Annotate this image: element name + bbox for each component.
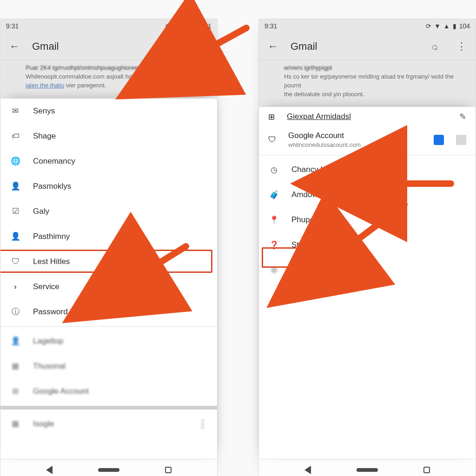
promo-banner: Puar 2K4 tg/rruolhpt/onlmshpuagughioreet…	[0, 60, 217, 99]
nfc-icon: ⟳	[165, 22, 171, 30]
nav-recent-button[interactable]	[423, 467, 430, 473]
drawer-item-lest-hitles[interactable]: Lest Hitles	[0, 249, 217, 274]
menu-item-replay-salion: Replay Salion	[259, 258, 476, 283]
promo-heading: Puar 2K4 tg/rruolhpt/onlmshpuagughioreet…	[26, 64, 210, 73]
drawer-item-password[interactable]: Password	[0, 299, 217, 324]
drawer-item-label: Service	[33, 282, 60, 291]
account-email: whitnconedulssacount.com	[288, 141, 422, 148]
grid-icon	[268, 112, 275, 121]
menu-item-label: Phupe	[291, 215, 314, 225]
account-avatar-button[interactable]	[181, 40, 195, 53]
promo-banner: w/vwrs igrthypigpt Hs co ker tor eg/payo…	[259, 60, 476, 107]
system-nav-bar	[0, 459, 217, 476]
promo-line-2: the detivalute ond yin plooont.	[284, 91, 364, 98]
nav-back-button[interactable]	[46, 466, 53, 474]
system-nav-bar	[259, 459, 476, 476]
promo-link[interactable]: ialen the ihalio	[26, 82, 64, 89]
nav-back-button[interactable]	[304, 466, 311, 474]
more-button[interactable]	[452, 37, 471, 56]
mail-icon	[12, 106, 19, 116]
shield-icon	[268, 135, 276, 144]
battery-icon: ▮	[453, 22, 456, 30]
drawer-item-label: Senys	[33, 106, 55, 116]
briefcase-icon	[269, 190, 279, 200]
drawer-footer-isogle[interactable]: Isogle	[0, 411, 217, 436]
phone-left: 9:31 ⟳ ▼ ▲ ▮ 10.1 Gmail Puar 2K4 tg/rruo…	[0, 19, 218, 476]
chevron-right-icon	[14, 282, 17, 291]
badge-icon	[12, 257, 20, 266]
drawer-item-google-account: Google Account	[0, 379, 217, 404]
menu-item-label: Replay Salion	[291, 265, 340, 275]
nav-home-button[interactable]	[357, 468, 378, 472]
signal-icon: ▲	[183, 22, 190, 30]
status-time: 9:31	[6, 22, 19, 30]
menu-item-chancy-lesion[interactable]: Chancy Lesion	[259, 157, 476, 182]
drawer-item-label: Conemancy	[33, 157, 75, 166]
drawer-sheet-right: Giexpat Armidadsl Google Account whitnco…	[259, 107, 476, 459]
drawer-item-pasthimny[interactable]: Pasthimny	[0, 224, 217, 249]
back-button[interactable]	[5, 37, 24, 56]
wifi-icon: ▼	[434, 22, 441, 30]
drawer-item-thusonal: Thusonal	[0, 354, 217, 379]
battery-pct: 104	[459, 22, 470, 30]
status-bar: 9:31 ⟳ ▼ ▲ ▮ 104	[259, 19, 476, 33]
menu-item-label: Chancy Lesion	[291, 165, 344, 174]
battery-icon: ▮	[192, 22, 196, 30]
drawer-item-label: Password	[33, 307, 68, 317]
nfc-icon: ⟳	[426, 22, 431, 30]
divider	[0, 406, 217, 410]
app-icon	[12, 361, 19, 371]
promo-heading: w/vwrs igrthypigpt	[284, 64, 468, 73]
drawer-item-label: Shage	[33, 132, 56, 141]
menu-item-amdown-happes[interactable]: Amdown happes mclicnt	[259, 182, 476, 207]
help-icon	[269, 240, 279, 250]
drawer-item-pasmoklys[interactable]: Pasmoklys	[0, 174, 217, 199]
drawer-item-shage[interactable]: Shage	[0, 124, 217, 149]
app-bar: Gmail	[0, 33, 217, 60]
app-icon	[12, 419, 19, 429]
back-button[interactable]	[264, 37, 282, 56]
promo-line: Whilenooplr.commaldloe.com asjoalt hgoge…	[26, 73, 144, 80]
drawer-item-label: Lest Hitles	[33, 257, 70, 266]
drawer-item-galy[interactable]: Galy	[0, 199, 217, 224]
nav-home-button[interactable]	[98, 468, 119, 472]
clock-icon	[271, 165, 278, 175]
drawer-item-label: Pasthimny	[33, 232, 70, 241]
nav-recent-button[interactable]	[165, 467, 172, 473]
wifi-icon: ▼	[174, 22, 180, 30]
menu-item-phupe[interactable]: Phupe	[259, 207, 476, 232]
search-button[interactable]	[425, 37, 444, 56]
phone-right: 9:31 ⟳ ▼ ▲ ▮ 104 Gmail w/vwrs igrthypigp…	[258, 19, 476, 476]
drawer-footer-label: Isogle	[33, 419, 185, 429]
drawer-item-label: Lageltop	[33, 337, 63, 346]
account-row-google[interactable]: Google Account whitnconedulssacount.com	[259, 126, 476, 153]
account-toggle-icon[interactable]	[456, 135, 466, 145]
drawer-item-senys[interactable]: Senys	[0, 99, 217, 124]
drawer-item-service[interactable]: Service	[0, 274, 217, 299]
battery-pct: 10.1	[199, 22, 212, 30]
drawer-item-conemancy[interactable]: Conemancy	[0, 149, 217, 174]
account-name: Google Account	[288, 131, 422, 140]
app-bar: Gmail	[259, 33, 476, 60]
globe-icon	[11, 156, 20, 166]
drawer-sheet-left: Senys Shage Conemancy Pasmoklys Galy Pas…	[0, 99, 217, 459]
status-glyphs: ⟳ ▼ ▲ ▮ 104	[426, 22, 470, 30]
promo-line: Hs co ker tor eg/payonerse mridling alsa…	[284, 73, 454, 89]
status-time: 9:31	[264, 22, 277, 30]
menu-item-label: Amdown happes mclicnt	[291, 190, 377, 199]
app-title: Gmail	[32, 40, 172, 53]
account-user-name: Giexpat Armidadsl	[287, 112, 447, 121]
divider	[259, 155, 476, 155]
status-glyphs: ⟳ ▼ ▲ ▮ 10.1	[165, 22, 212, 30]
menu-item-storils[interactable]: Storils	[259, 232, 476, 258]
drawer-item-lageltop: Lageltop	[0, 329, 217, 354]
menu-item-label: Storils	[291, 240, 313, 250]
account-row-user[interactable]: Giexpat Armidadsl	[259, 107, 476, 126]
more-icon[interactable]	[198, 418, 208, 430]
status-bar: 9:31 ⟳ ▼ ▲ ▮ 10.1	[0, 19, 217, 33]
info-icon	[12, 306, 20, 317]
grid-icon	[12, 386, 19, 396]
edit-icon[interactable]	[459, 112, 466, 122]
person-icon	[11, 231, 20, 241]
signal-icon: ▲	[443, 22, 450, 30]
